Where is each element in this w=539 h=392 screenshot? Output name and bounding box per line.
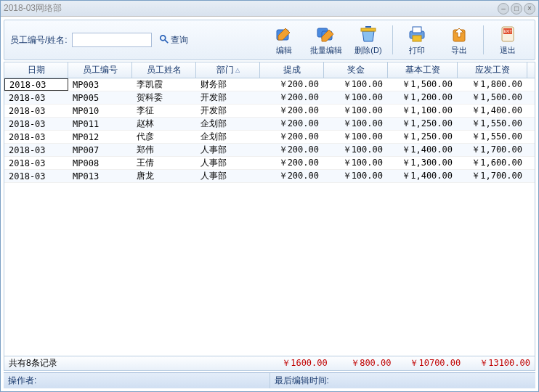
cell: MP013 bbox=[68, 170, 132, 182]
cell: MP005 bbox=[68, 91, 132, 104]
col-pay[interactable]: 应发工资 bbox=[458, 62, 527, 78]
exit-icon: EXIT bbox=[496, 24, 519, 44]
toolbar: 员工编号/姓名: 查询 编辑 批量编辑 删除(D) bbox=[4, 20, 535, 60]
cell: ￥1,200.00 bbox=[388, 91, 458, 104]
search-icon bbox=[159, 34, 169, 46]
cell: ￥200.00 bbox=[260, 157, 324, 169]
cell: ￥1,400.00 bbox=[388, 170, 458, 182]
cell: 王倩 bbox=[132, 157, 196, 169]
col-commission[interactable]: 提成 bbox=[260, 62, 324, 78]
table-body: 2018-03MP003李凯霞财务部￥200.00￥100.00￥1,500.0… bbox=[4, 78, 535, 356]
cell: 李凯霞 bbox=[132, 78, 196, 91]
svg-text:EXIT: EXIT bbox=[503, 29, 511, 33]
toolbar-separator bbox=[392, 25, 393, 54]
maximize-button[interactable]: □ bbox=[511, 3, 522, 15]
cell: 企划部 bbox=[196, 131, 260, 143]
table-header: 日期 员工编号 员工姓名 部门△ 提成 奖金 基本工资 应发工资 bbox=[4, 62, 535, 78]
cell: 2018-03 bbox=[4, 131, 68, 143]
table-row[interactable]: 2018-03MP012代彦企划部￥200.00￥100.00￥1,250.00… bbox=[4, 131, 535, 144]
cell: ￥1,300.00 bbox=[388, 157, 458, 169]
cell: 赵林 bbox=[132, 118, 196, 130]
cell: 贺科委 bbox=[132, 91, 196, 104]
col-emp-id[interactable]: 员工编号 bbox=[68, 62, 132, 78]
status-operator: 操作者: bbox=[4, 373, 270, 388]
cell: 2018-03 bbox=[4, 157, 68, 169]
cell: MP011 bbox=[68, 118, 132, 130]
edit-button[interactable]: 编辑 bbox=[263, 21, 305, 59]
cell: 2018-03 bbox=[4, 91, 68, 104]
cell: ￥200.00 bbox=[260, 144, 324, 156]
delete-button[interactable]: 删除(D) bbox=[347, 21, 389, 59]
edit-icon bbox=[272, 24, 296, 44]
export-label: 导出 bbox=[451, 45, 467, 56]
cell: ￥1,600.00 bbox=[458, 157, 527, 169]
cell: ￥100.00 bbox=[324, 131, 388, 143]
record-count: 共有8条记录 bbox=[9, 357, 57, 369]
cell: ￥200.00 bbox=[260, 91, 324, 104]
cell: MP003 bbox=[68, 78, 132, 91]
data-table: 日期 员工编号 员工姓名 部门△ 提成 奖金 基本工资 应发工资 2018-03… bbox=[4, 62, 535, 371]
cell: ￥1,500.00 bbox=[458, 91, 527, 104]
cell: 2018-03 bbox=[4, 78, 68, 91]
cell: ￥200.00 bbox=[260, 105, 324, 117]
minimize-button[interactable]: – bbox=[498, 3, 509, 15]
print-button[interactable]: 打印 bbox=[396, 21, 438, 59]
table-row[interactable]: 2018-03MP011赵林企划部￥200.00￥100.00￥1,250.00… bbox=[4, 118, 535, 131]
cell: ￥1,800.00 bbox=[458, 78, 527, 91]
cell: MP007 bbox=[68, 144, 132, 156]
cell: ￥100.00 bbox=[324, 157, 388, 169]
col-bonus[interactable]: 奖金 bbox=[324, 62, 388, 78]
toolbar-separator bbox=[483, 25, 484, 54]
cell: ￥200.00 bbox=[260, 78, 324, 91]
print-label: 打印 bbox=[409, 45, 425, 56]
cell: ￥1,100.00 bbox=[388, 105, 458, 117]
table-row[interactable]: 2018-03MP005贺科委开发部￥200.00￥100.00￥1,200.0… bbox=[4, 91, 535, 105]
status-last-edit: 最后编辑时间: bbox=[270, 373, 536, 388]
close-button[interactable]: × bbox=[524, 3, 535, 15]
cell: ￥100.00 bbox=[324, 118, 388, 130]
cell: MP012 bbox=[68, 131, 132, 143]
delete-label: 删除(D) bbox=[354, 45, 381, 56]
svg-rect-9 bbox=[413, 36, 421, 41]
cell: 唐龙 bbox=[132, 170, 196, 182]
cell: 2018-03 bbox=[4, 144, 68, 156]
table-row[interactable]: 2018-03MP007郑伟人事部￥200.00￥100.00￥1,400.00… bbox=[4, 144, 535, 157]
col-base-salary[interactable]: 基本工资 bbox=[388, 62, 458, 78]
cell: 开发部 bbox=[196, 91, 260, 104]
cell: 人事部 bbox=[196, 170, 260, 182]
batch-edit-label: 批量编辑 bbox=[310, 45, 342, 56]
cell: MP010 bbox=[68, 105, 132, 117]
search-input[interactable] bbox=[72, 33, 152, 47]
table-row[interactable]: 2018-03MP008王倩人事部￥200.00￥100.00￥1,300.00… bbox=[4, 157, 535, 170]
cell: 人事部 bbox=[196, 157, 260, 169]
table-row[interactable]: 2018-03MP013唐龙人事部￥200.00￥100.00￥1,400.00… bbox=[4, 170, 535, 183]
cell: ￥1,250.00 bbox=[388, 118, 458, 130]
cell: ￥100.00 bbox=[324, 78, 388, 91]
export-icon bbox=[447, 24, 471, 44]
total-pay: ￥13100.00 bbox=[461, 357, 530, 369]
window-controls: – □ × bbox=[498, 3, 535, 15]
table-row[interactable]: 2018-03MP010李征开发部￥200.00￥100.00￥1,100.00… bbox=[4, 105, 535, 118]
col-dept[interactable]: 部门△ bbox=[196, 62, 260, 78]
cell: 郑伟 bbox=[132, 144, 196, 156]
cell: ￥1,500.00 bbox=[388, 78, 458, 91]
cell: ￥1,700.00 bbox=[458, 170, 527, 182]
search-label: 员工编号/姓名: bbox=[10, 34, 68, 46]
exit-button[interactable]: EXIT 退出 bbox=[487, 21, 529, 59]
cell: ￥1,550.00 bbox=[458, 118, 527, 130]
query-label: 查询 bbox=[171, 34, 188, 46]
cell: ￥1,700.00 bbox=[458, 144, 527, 156]
cell: 财务部 bbox=[196, 78, 260, 91]
query-button[interactable]: 查询 bbox=[156, 33, 191, 48]
cell: ￥1,400.00 bbox=[458, 105, 527, 117]
batch-edit-button[interactable]: 批量编辑 bbox=[305, 21, 347, 59]
cell: 李征 bbox=[132, 105, 196, 117]
col-emp-name[interactable]: 员工姓名 bbox=[132, 62, 196, 78]
table-row[interactable]: 2018-03MP003李凯霞财务部￥200.00￥100.00￥1,500.0… bbox=[4, 78, 535, 91]
batch-edit-icon bbox=[315, 24, 338, 44]
table-footer: 共有8条记录 ￥1600.00 ￥800.00 ￥10700.00 ￥13100… bbox=[4, 356, 535, 370]
cell: ￥100.00 bbox=[324, 144, 388, 156]
cell: ￥100.00 bbox=[324, 91, 388, 104]
col-date[interactable]: 日期 bbox=[4, 62, 68, 78]
export-button[interactable]: 导出 bbox=[438, 21, 480, 59]
